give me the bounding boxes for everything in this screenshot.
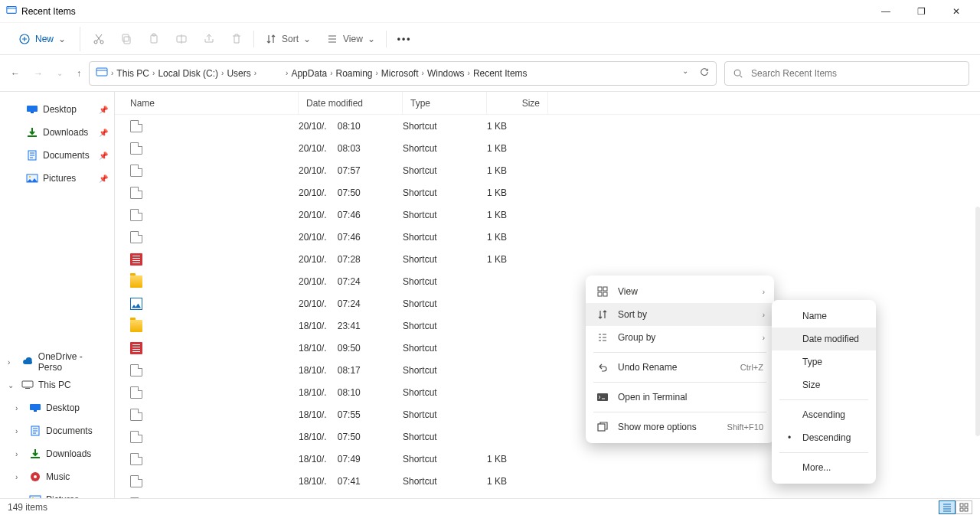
table-row[interactable]: 18/10/.07:36 Shortcut 1 KB: [115, 492, 980, 498]
tree-downloads[interactable]: › Downloads: [0, 442, 114, 465]
svg-point-23: [34, 475, 37, 478]
file-icon: [130, 253, 142, 266]
breadcrumb[interactable]: › This PC› Local Disk (C:)› Users› › App…: [89, 61, 717, 86]
crumb-recent-items[interactable]: Recent Items: [473, 68, 528, 79]
tree-music[interactable]: › Music: [0, 465, 114, 488]
table-row[interactable]: 20/10/.07:28 Shortcut 1 KB: [115, 248, 980, 270]
table-row[interactable]: 20/10/.07:46 Shortcut 1 KB: [115, 204, 980, 226]
sort-type[interactable]: Type: [772, 350, 876, 373]
file-icon: [130, 320, 142, 332]
pin-icon: 📌: [99, 106, 108, 114]
svg-point-11: [734, 70, 740, 76]
ctx-sort-by[interactable]: Sort by ›: [586, 303, 774, 326]
sort-desc[interactable]: •Descending: [772, 426, 876, 449]
location-icon: [96, 66, 108, 80]
delete-button[interactable]: [223, 27, 250, 51]
table-row[interactable]: 20/10/.08:03 Shortcut 1 KB: [115, 137, 980, 159]
quick-documents[interactable]: Documents 📌: [0, 144, 114, 167]
ctx-group-by[interactable]: Group by ›: [586, 326, 774, 349]
new-label: New: [35, 34, 54, 44]
ctx-view[interactable]: View ›: [586, 280, 774, 303]
ctx-more-options[interactable]: Show more options Shift+F10: [586, 416, 774, 438]
details-view-toggle[interactable]: [939, 500, 956, 514]
cut-button[interactable]: [85, 27, 113, 51]
search-box[interactable]: [724, 61, 969, 86]
desk-icon: [29, 402, 41, 414]
scrollbar[interactable]: [975, 207, 980, 436]
tree-desktop[interactable]: › Desktop: [0, 396, 114, 419]
sort-more[interactable]: More...: [772, 456, 876, 479]
search-input[interactable]: [751, 68, 961, 79]
table-row[interactable]: 20/10/.07:46 Shortcut 1 KB: [115, 226, 980, 248]
address-dropdown-icon[interactable]: ⌄: [682, 67, 688, 80]
more-button[interactable]: •••: [390, 34, 420, 44]
svg-rect-5: [124, 37, 130, 44]
svg-rect-18: [25, 388, 30, 389]
dl-icon: [26, 126, 38, 139]
recent-dropdown-icon[interactable]: ⌄: [57, 69, 63, 77]
view-icon: [596, 285, 609, 298]
crumb-appdata[interactable]: AppData: [291, 68, 327, 79]
pin-icon: 📌: [99, 129, 108, 137]
sort-name[interactable]: Name: [772, 305, 876, 328]
item-count: 149 items: [8, 502, 47, 513]
icons-view-toggle[interactable]: [956, 500, 972, 514]
quick-downloads[interactable]: Downloads 📌: [0, 121, 114, 144]
crumb-microsoft[interactable]: Microsoft: [381, 68, 419, 79]
svg-rect-37: [960, 508, 963, 511]
crumb-users[interactable]: Users: [227, 68, 250, 79]
paste-button[interactable]: [140, 27, 168, 51]
pin-icon: 📌: [99, 152, 108, 160]
sort-size[interactable]: Size: [772, 373, 876, 396]
rename-button[interactable]: [168, 27, 195, 51]
tree-pictures[interactable]: › Pictures: [0, 488, 114, 498]
table-row[interactable]: 20/10/.08:10 Shortcut 1 KB: [115, 115, 980, 137]
share-button[interactable]: [195, 27, 223, 51]
crumb-this-pc[interactable]: This PC: [116, 68, 149, 79]
up-button[interactable]: ↑: [77, 68, 81, 79]
tree-this-pc[interactable]: ⌄ This PC: [0, 373, 114, 396]
forward-button[interactable]: →: [34, 68, 43, 79]
undo-icon: [596, 361, 609, 373]
col-date[interactable]: Date modified: [299, 92, 403, 114]
sort-button[interactable]: Sort ⌄: [257, 27, 318, 51]
file-icon: [130, 165, 142, 177]
chevron-right-icon: ›: [763, 288, 765, 296]
terminal-icon: [596, 391, 609, 403]
svg-rect-13: [31, 112, 34, 113]
view-label: View: [343, 34, 363, 44]
sort-asc[interactable]: Ascending: [772, 403, 876, 426]
navbar: ← → ⌄ ↑ › This PC› Local Disk (C:)› User…: [0, 55, 980, 92]
svg-point-4: [100, 41, 103, 44]
chevron-right-icon: ›: [763, 334, 765, 342]
svg-rect-36: [965, 504, 968, 507]
ctx-undo[interactable]: Undo Rename Ctrl+Z: [586, 356, 774, 379]
copy-button[interactable]: [113, 27, 140, 51]
tree-onedrive-perso[interactable]: › OneDrive - Perso: [0, 350, 114, 373]
file-list: Name Date modified Type Size 20/10/.08:1…: [115, 92, 980, 498]
new-button[interactable]: New ⌄: [11, 27, 80, 51]
refresh-button[interactable]: [699, 67, 710, 80]
view-button[interactable]: View ⌄: [318, 27, 383, 51]
table-row[interactable]: 20/10/.07:57 Shortcut 1 KB: [115, 159, 980, 181]
crumb-local-disk[interactable]: Local Disk (C:): [158, 68, 218, 79]
file-icon: [130, 431, 142, 443]
col-name[interactable]: Name: [115, 92, 299, 114]
table-row[interactable]: 20/10/.07:50 Shortcut 1 KB: [115, 181, 980, 204]
col-type[interactable]: Type: [403, 92, 487, 114]
crumb-windows[interactable]: Windows: [427, 68, 465, 79]
maximize-button[interactable]: ❐: [903, 0, 939, 23]
crumb-roaming[interactable]: Roaming: [335, 68, 372, 79]
quick-desktop[interactable]: Desktop 📌: [0, 98, 114, 121]
pc-icon: [21, 379, 34, 391]
back-button[interactable]: ←: [11, 68, 20, 79]
sort-date[interactable]: Date modified: [772, 328, 876, 350]
svg-rect-34: [598, 424, 605, 431]
close-button[interactable]: ✕: [939, 0, 974, 23]
table-row[interactable]: 20/10/.07:24 Shortcut: [115, 270, 980, 292]
ctx-terminal[interactable]: Open in Terminal: [586, 386, 774, 409]
minimize-button[interactable]: —: [868, 0, 903, 23]
col-size[interactable]: Size: [487, 92, 548, 114]
tree-documents[interactable]: › Documents: [0, 419, 114, 442]
quick-pictures[interactable]: Pictures 📌: [0, 167, 114, 190]
